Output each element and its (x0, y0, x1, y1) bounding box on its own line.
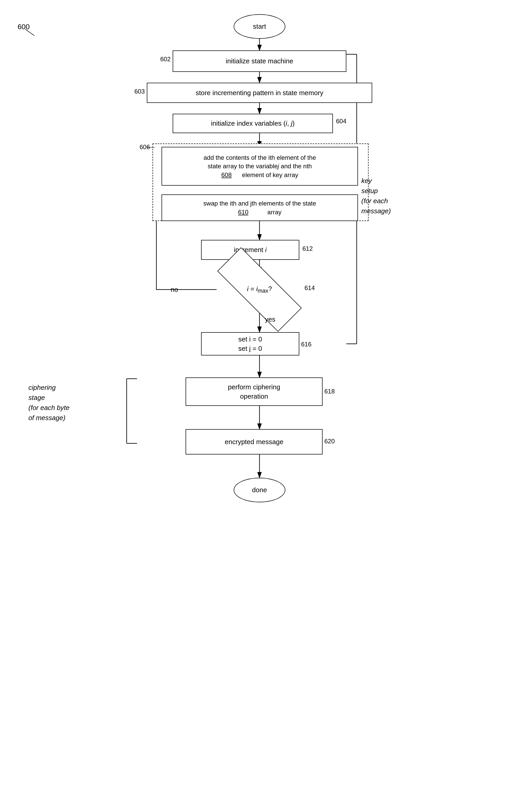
node-608-label: add the contents of the ith element of t… (204, 154, 316, 178)
node-608: add the contents of the ith element of t… (162, 147, 358, 185)
node-614-label: i = imax? (247, 285, 272, 294)
node-606-arrow (140, 143, 158, 151)
node-612-id: 612 (302, 245, 313, 252)
node-604-label: initialize index variables (i, j) (211, 119, 295, 128)
yes-label: yes (265, 315, 275, 323)
node-604: initialize index variables (i, j) (173, 114, 333, 133)
node-616-label: set i = 0 (238, 335, 262, 344)
node-604-id: 604 (336, 118, 346, 125)
node-618-label: perform cipheringoperation (228, 382, 280, 401)
svg-line-18 (25, 29, 34, 36)
node-602-id: 602 (160, 56, 171, 63)
node-603-label: store incrementing pattern in state memo… (196, 88, 323, 97)
start-node: start (234, 14, 285, 39)
node-620: encrypted message (185, 429, 323, 455)
node-614-diamond: i = imax? (217, 273, 302, 306)
no-label: no (171, 286, 178, 294)
start-label: start (253, 22, 266, 31)
figure-arrow (18, 23, 38, 38)
node-602: initialize state machine (173, 50, 346, 72)
node-618-id: 618 (324, 388, 335, 395)
node-616: set i = 0 set j = 0 (201, 332, 299, 355)
node-616-label2: set j = 0 (238, 344, 262, 353)
node-618: perform cipheringoperation (185, 377, 323, 406)
diagram-container: 600 start initialize state machine 602 s… (0, 0, 519, 812)
node-620-id: 620 (324, 438, 335, 445)
node-603-id: 603 (135, 88, 145, 95)
done-label: done (252, 485, 267, 495)
node-603: store incrementing pattern in state memo… (147, 83, 372, 103)
done-node: done (234, 478, 285, 502)
node-610-label: swap the ith and jth elements of the sta… (203, 199, 316, 216)
key-setup-annotation: keysetup(for eachmessage) (361, 176, 391, 216)
node-610: swap the ith and jth elements of the sta… (162, 195, 358, 221)
ciphering-stage-annotation: cipheringstage(for each byteof message) (28, 383, 69, 423)
node-602-label: initialize state machine (226, 56, 293, 66)
node-614-id: 614 (305, 284, 315, 292)
node-616-id: 616 (301, 341, 312, 348)
node-620-label: encrypted message (225, 437, 284, 446)
